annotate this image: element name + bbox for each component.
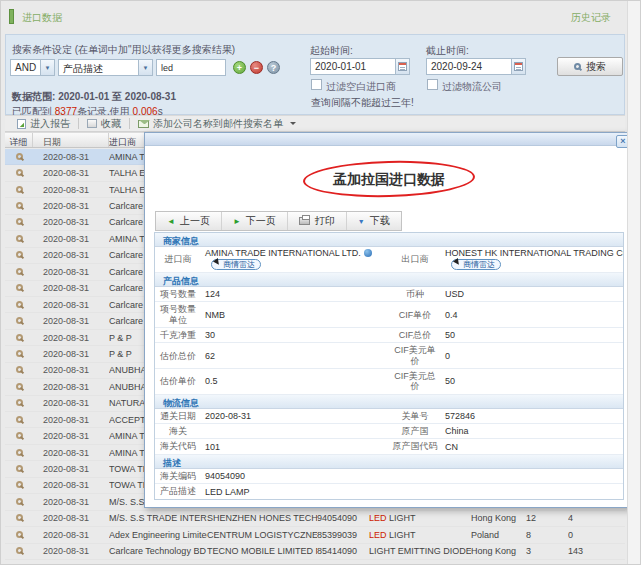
chevron-down-icon[interactable]: ▼	[138, 60, 152, 75]
col-date[interactable]: 日期	[33, 133, 109, 147]
detail-magnifier-icon[interactable]	[16, 218, 23, 225]
detail-magnifier-icon[interactable]	[16, 169, 23, 176]
row-date: 2020-08-31	[33, 217, 109, 227]
detail-magnifier-icon[interactable]	[16, 498, 23, 505]
print-button[interactable]: 打印	[288, 212, 347, 230]
detail-magnifier-icon[interactable]	[16, 350, 23, 357]
next-page-label: 下一页	[246, 214, 276, 228]
modal-info-row: 产品描述LED LAMP	[155, 484, 623, 499]
vertical-scrollbar[interactable]	[627, 1, 640, 565]
row-date: 2020-08-31	[33, 480, 109, 490]
row-importer: Adex Engineering Limited	[109, 530, 207, 540]
detail-magnifier-icon[interactable]	[16, 317, 23, 324]
table-row[interactable]: 2020-08-31M/S. S.S TRADE INTERNATIO...SH…	[5, 511, 625, 527]
arrow-right-icon: ►	[233, 217, 241, 226]
import-data-page: 进口数据 历史记录 搜索条件设定 (在单词中加"用以获得更多搜索结果) 起始时间…	[0, 0, 641, 565]
filter-blank-importer-checkbox[interactable]	[311, 79, 322, 90]
detail-magnifier-icon[interactable]	[16, 301, 23, 308]
row-date: 2020-08-31	[33, 349, 109, 359]
detail-magnifier-icon[interactable]	[16, 284, 23, 291]
modal-info-row: 海关编码94054090	[155, 469, 623, 484]
search-field-select[interactable]: 产品描述 ▼	[58, 59, 153, 76]
row-amount: 143	[568, 546, 613, 556]
modal-info-row: 估价总价62CIF美元单价0	[155, 343, 623, 369]
detail-magnifier-icon[interactable]	[16, 251, 23, 258]
detail-magnifier-icon[interactable]	[16, 334, 23, 341]
start-time-label: 起始时间:	[310, 44, 353, 58]
prev-page-button[interactable]: ◄ 上一页	[156, 212, 222, 230]
table-row[interactable]: 2020-08-31Adex Engineering LimitedCENTRU…	[5, 527, 625, 543]
row-date: 2020-08-31	[33, 448, 109, 458]
business-radar-link[interactable]: 商情雷达	[451, 259, 501, 270]
field-value: 572846	[441, 409, 623, 423]
add-mail-list-button[interactable]: 添加公司名称到邮件搜索名单	[132, 117, 302, 131]
row-date: 2020-08-31	[33, 546, 109, 556]
detail-magnifier-icon[interactable]	[16, 416, 23, 423]
row-date: 2020-08-31	[33, 168, 109, 178]
remove-condition-icon[interactable]: −	[250, 61, 263, 74]
detail-magnifier-icon[interactable]	[16, 449, 23, 456]
detail-magnifier-icon[interactable]	[16, 268, 23, 275]
keyword-input[interactable]	[156, 59, 226, 76]
field-label: 项号数量单位	[155, 302, 201, 327]
detail-magnifier-icon[interactable]	[16, 399, 23, 406]
row-qty: 8	[526, 530, 568, 540]
results-toolbar: 进入报告 收藏 添加公司名称到邮件搜索名单	[5, 115, 625, 132]
next-page-button[interactable]: ► 下一页	[222, 212, 288, 230]
detail-magnifier-icon[interactable]	[16, 465, 23, 472]
row-country: Poland	[471, 530, 526, 540]
detail-magnifier-icon[interactable]	[16, 383, 23, 390]
arrow-left-icon: ◄	[167, 217, 175, 226]
report-icon	[17, 119, 26, 129]
calendar-icon[interactable]	[395, 59, 409, 74]
add-condition-icon[interactable]: +	[233, 61, 246, 74]
field-value: 124	[201, 287, 389, 301]
detail-magnifier-icon[interactable]	[16, 547, 23, 554]
start-date-input[interactable]: 2020-01-01	[310, 58, 410, 75]
detail-magnifier-icon[interactable]	[16, 531, 23, 538]
field-label: 进口商	[155, 252, 201, 266]
company-name: HONEST HK INTERNATIONAL TRADING CO	[445, 248, 623, 258]
filter-logistics-checkbox[interactable]	[427, 79, 438, 90]
globe-icon[interactable]	[364, 249, 372, 257]
detail-magnifier-icon[interactable]	[16, 153, 23, 160]
enter-report-label: 进入报告	[30, 117, 70, 131]
detail-magnifier-icon[interactable]	[16, 481, 23, 488]
download-label: 下载	[370, 214, 390, 228]
search-button[interactable]: 搜索	[557, 57, 623, 76]
end-date-input[interactable]: 2020-09-24	[426, 58, 526, 75]
detail-magnifier-icon[interactable]	[16, 235, 23, 242]
field-value: 2020-08-31	[201, 409, 389, 423]
table-row[interactable]: 2020-08-31Carlcare Technology BD Limited…	[5, 544, 625, 560]
arrow-down-icon: ▼	[358, 218, 365, 225]
detail-magnifier-icon[interactable]	[16, 366, 23, 373]
row-description: LIGHT EMITTING DIODES (L...	[369, 546, 471, 556]
modal-info-row: 通关日期2020-08-31关单号572846	[155, 409, 623, 424]
field-label: CIF美元总价	[389, 369, 441, 394]
calendar-icon[interactable]	[511, 59, 525, 74]
detail-magnifier-icon[interactable]	[16, 202, 23, 209]
business-radar-link[interactable]: 商情雷达	[211, 259, 261, 270]
detail-magnifier-icon[interactable]	[16, 186, 23, 193]
row-hscode: 85414090	[317, 546, 369, 556]
row-date: 2020-08-31	[33, 283, 109, 293]
modal-info-row: 海关原产国China	[155, 424, 623, 439]
modal-info-row: 千克净重30CIF总价50	[155, 328, 623, 343]
row-exporter: TECNO MOBILE LIMITED RO...	[207, 546, 317, 556]
history-link[interactable]: 历史记录	[571, 11, 611, 25]
range-warning: 查询间隔不能超过三年!	[311, 96, 414, 110]
detail-magnifier-icon[interactable]	[16, 432, 23, 439]
enter-report-button[interactable]: 进入报告	[11, 117, 76, 131]
bool-operator-select[interactable]: AND ▼	[10, 59, 55, 76]
modal-section-title: 产品信息	[155, 273, 623, 287]
chevron-down-icon[interactable]: ▼	[40, 60, 54, 75]
favorite-button[interactable]: 收藏	[81, 117, 127, 131]
row-date: 2020-08-31	[33, 267, 109, 277]
modal-info-table: 商家信息进口商AMINA TRADE INTERNATIONAL LTD.商情雷…	[154, 232, 624, 500]
detail-magnifier-icon[interactable]	[16, 514, 23, 521]
col-detail[interactable]: 详细	[5, 133, 33, 147]
row-date: 2020-08-31	[33, 316, 109, 326]
download-button[interactable]: ▼ 下载	[347, 212, 401, 230]
field-label: CIF总价	[389, 328, 441, 342]
help-icon[interactable]: ?	[267, 61, 280, 74]
